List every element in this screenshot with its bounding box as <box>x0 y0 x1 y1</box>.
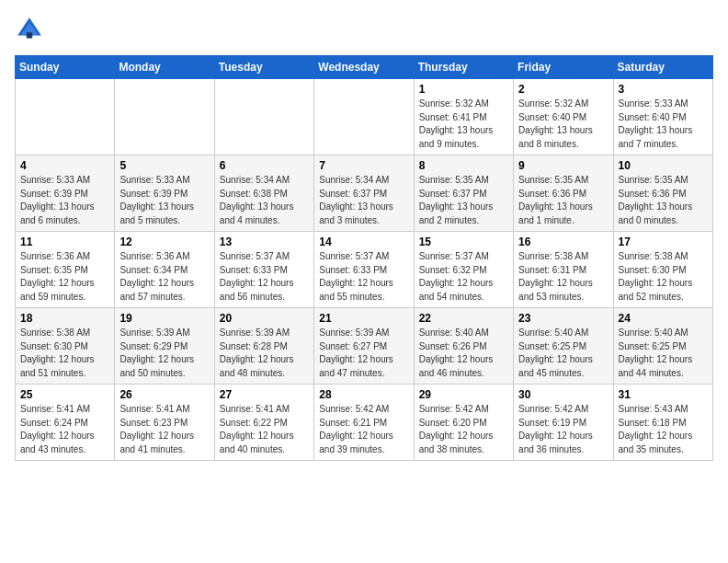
day-number: 7 <box>319 159 408 172</box>
day-number: 12 <box>119 236 209 248</box>
calendar-cell: 18Sunrise: 5:38 AM Sunset: 6:30 PM Dayli… <box>16 308 115 385</box>
weekday-header-friday: Friday <box>514 56 613 79</box>
day-info: Sunrise: 5:37 AM Sunset: 6:33 PM Dayligh… <box>319 250 408 304</box>
day-info: Sunrise: 5:38 AM Sunset: 6:31 PM Dayligh… <box>518 250 608 304</box>
calendar-cell: 17Sunrise: 5:38 AM Sunset: 6:30 PM Dayli… <box>613 232 712 308</box>
day-info: Sunrise: 5:32 AM Sunset: 6:40 PM Dayligh… <box>518 98 608 151</box>
calendar-cell <box>214 79 313 155</box>
day-number: 10 <box>619 159 708 172</box>
day-number: 19 <box>119 312 209 325</box>
calendar-body: 1Sunrise: 5:32 AM Sunset: 6:41 PM Daylig… <box>16 79 713 461</box>
day-number: 28 <box>319 388 408 401</box>
day-number: 5 <box>119 159 209 172</box>
calendar-cell: 20Sunrise: 5:39 AM Sunset: 6:28 PM Dayli… <box>214 308 313 385</box>
day-number: 21 <box>319 312 408 325</box>
logo-icon <box>15 15 44 44</box>
day-info: Sunrise: 5:43 AM Sunset: 6:18 PM Dayligh… <box>619 403 708 456</box>
calendar-cell: 21Sunrise: 5:39 AM Sunset: 6:27 PM Dayli… <box>314 308 414 385</box>
calendar-cell: 19Sunrise: 5:39 AM Sunset: 6:29 PM Dayli… <box>115 308 214 385</box>
day-info: Sunrise: 5:42 AM Sunset: 6:21 PM Dayligh… <box>319 403 408 456</box>
day-info: Sunrise: 5:36 AM Sunset: 6:34 PM Dayligh… <box>119 250 209 304</box>
calendar-cell: 1Sunrise: 5:32 AM Sunset: 6:41 PM Daylig… <box>414 79 513 155</box>
day-number: 25 <box>20 388 109 401</box>
calendar-cell: 30Sunrise: 5:42 AM Sunset: 6:19 PM Dayli… <box>514 385 613 461</box>
weekday-header-saturday: Saturday <box>613 56 712 79</box>
day-info: Sunrise: 5:38 AM Sunset: 6:30 PM Dayligh… <box>619 250 708 304</box>
calendar-cell: 6Sunrise: 5:34 AM Sunset: 6:38 PM Daylig… <box>214 155 313 232</box>
day-number: 4 <box>20 159 109 172</box>
weekday-header-wednesday: Wednesday <box>314 56 414 79</box>
day-number: 30 <box>518 388 608 401</box>
day-info: Sunrise: 5:39 AM Sunset: 6:29 PM Dayligh… <box>119 327 209 380</box>
calendar-cell: 26Sunrise: 5:41 AM Sunset: 6:23 PM Dayli… <box>115 385 214 461</box>
logo <box>15 15 48 44</box>
day-info: Sunrise: 5:41 AM Sunset: 6:24 PM Dayligh… <box>20 403 109 456</box>
day-number: 27 <box>220 388 309 401</box>
calendar-cell: 9Sunrise: 5:35 AM Sunset: 6:36 PM Daylig… <box>514 155 613 232</box>
calendar-cell: 15Sunrise: 5:37 AM Sunset: 6:32 PM Dayli… <box>414 232 513 308</box>
week-row-4: 18Sunrise: 5:38 AM Sunset: 6:30 PM Dayli… <box>16 308 713 385</box>
day-info: Sunrise: 5:32 AM Sunset: 6:41 PM Dayligh… <box>419 98 508 151</box>
day-number: 2 <box>518 83 608 96</box>
calendar-cell: 14Sunrise: 5:37 AM Sunset: 6:33 PM Dayli… <box>314 232 414 308</box>
calendar: SundayMondayTuesdayWednesdayThursdayFrid… <box>15 55 713 461</box>
day-number: 24 <box>619 312 708 325</box>
page-header <box>15 15 713 44</box>
day-number: 3 <box>619 83 708 96</box>
day-number: 17 <box>619 236 708 248</box>
calendar-cell <box>314 79 414 155</box>
day-info: Sunrise: 5:40 AM Sunset: 6:25 PM Dayligh… <box>518 327 608 380</box>
day-number: 31 <box>619 388 708 401</box>
calendar-cell: 4Sunrise: 5:33 AM Sunset: 6:39 PM Daylig… <box>16 155 115 232</box>
calendar-header: SundayMondayTuesdayWednesdayThursdayFrid… <box>16 56 713 79</box>
day-info: Sunrise: 5:35 AM Sunset: 6:37 PM Dayligh… <box>419 174 508 227</box>
day-info: Sunrise: 5:33 AM Sunset: 6:40 PM Dayligh… <box>619 98 708 151</box>
day-info: Sunrise: 5:41 AM Sunset: 6:22 PM Dayligh… <box>220 403 309 456</box>
day-number: 23 <box>518 312 608 325</box>
calendar-cell: 27Sunrise: 5:41 AM Sunset: 6:22 PM Dayli… <box>214 385 313 461</box>
day-number: 11 <box>20 236 109 248</box>
weekday-header-monday: Monday <box>115 56 214 79</box>
day-number: 8 <box>419 159 508 172</box>
day-info: Sunrise: 5:37 AM Sunset: 6:32 PM Dayligh… <box>419 250 508 304</box>
day-number: 29 <box>419 388 508 401</box>
calendar-cell: 29Sunrise: 5:42 AM Sunset: 6:20 PM Dayli… <box>414 385 513 461</box>
day-number: 16 <box>518 236 608 248</box>
calendar-cell: 2Sunrise: 5:32 AM Sunset: 6:40 PM Daylig… <box>514 79 613 155</box>
day-info: Sunrise: 5:37 AM Sunset: 6:33 PM Dayligh… <box>220 250 309 304</box>
day-number: 14 <box>319 236 408 248</box>
calendar-cell: 10Sunrise: 5:35 AM Sunset: 6:36 PM Dayli… <box>613 155 712 232</box>
weekday-header-thursday: Thursday <box>414 56 513 79</box>
day-info: Sunrise: 5:34 AM Sunset: 6:37 PM Dayligh… <box>319 174 408 227</box>
calendar-cell: 3Sunrise: 5:33 AM Sunset: 6:40 PM Daylig… <box>613 79 712 155</box>
calendar-cell: 25Sunrise: 5:41 AM Sunset: 6:24 PM Dayli… <box>16 385 115 461</box>
weekday-header-tuesday: Tuesday <box>214 56 313 79</box>
day-info: Sunrise: 5:36 AM Sunset: 6:35 PM Dayligh… <box>20 250 109 304</box>
day-info: Sunrise: 5:35 AM Sunset: 6:36 PM Dayligh… <box>518 174 608 227</box>
day-number: 9 <box>518 159 608 172</box>
calendar-cell: 12Sunrise: 5:36 AM Sunset: 6:34 PM Dayli… <box>115 232 214 308</box>
calendar-cell: 22Sunrise: 5:40 AM Sunset: 6:26 PM Dayli… <box>414 308 513 385</box>
day-info: Sunrise: 5:34 AM Sunset: 6:38 PM Dayligh… <box>220 174 309 227</box>
calendar-cell <box>115 79 214 155</box>
calendar-cell <box>16 79 115 155</box>
day-info: Sunrise: 5:35 AM Sunset: 6:36 PM Dayligh… <box>619 174 708 227</box>
week-row-5: 25Sunrise: 5:41 AM Sunset: 6:24 PM Dayli… <box>16 385 713 461</box>
calendar-cell: 5Sunrise: 5:33 AM Sunset: 6:39 PM Daylig… <box>115 155 214 232</box>
calendar-cell: 13Sunrise: 5:37 AM Sunset: 6:33 PM Dayli… <box>214 232 313 308</box>
day-number: 13 <box>220 236 309 248</box>
day-info: Sunrise: 5:42 AM Sunset: 6:20 PM Dayligh… <box>419 403 508 456</box>
day-number: 26 <box>119 388 209 401</box>
calendar-cell: 7Sunrise: 5:34 AM Sunset: 6:37 PM Daylig… <box>314 155 414 232</box>
day-info: Sunrise: 5:33 AM Sunset: 6:39 PM Dayligh… <box>20 174 109 227</box>
day-info: Sunrise: 5:41 AM Sunset: 6:23 PM Dayligh… <box>119 403 209 456</box>
calendar-cell: 11Sunrise: 5:36 AM Sunset: 6:35 PM Dayli… <box>16 232 115 308</box>
day-number: 15 <box>419 236 508 248</box>
calendar-cell: 16Sunrise: 5:38 AM Sunset: 6:31 PM Dayli… <box>514 232 613 308</box>
calendar-cell: 24Sunrise: 5:40 AM Sunset: 6:25 PM Dayli… <box>613 308 712 385</box>
day-info: Sunrise: 5:39 AM Sunset: 6:27 PM Dayligh… <box>319 327 408 380</box>
day-number: 1 <box>419 83 508 96</box>
day-info: Sunrise: 5:39 AM Sunset: 6:28 PM Dayligh… <box>220 327 309 380</box>
calendar-cell: 28Sunrise: 5:42 AM Sunset: 6:21 PM Dayli… <box>314 385 414 461</box>
day-number: 6 <box>220 159 309 172</box>
